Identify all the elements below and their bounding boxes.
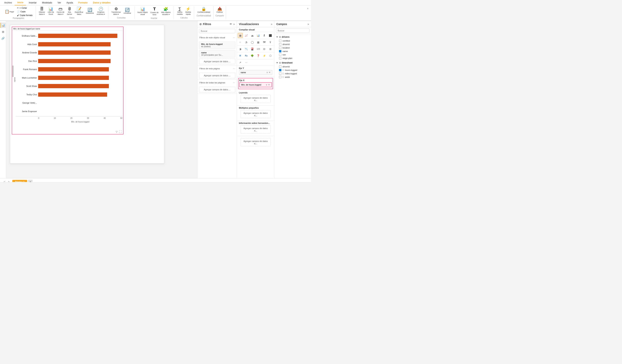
tab-ayuda[interactable]: Ayuda [64,0,76,5]
add-page-btn[interactable]: + [28,180,33,182]
dataverse-button[interactable]: 🔄Dataverse [85,7,95,15]
campos-item-week[interactable]: Σ week [274,75,311,79]
copiar-formato-button[interactable]: 🖌Copiar formato [16,14,34,17]
info-herramientas-add-btn[interactable]: Agregar campos de datos a... [240,125,271,134]
chart-scroll-handle[interactable] [12,65,14,77]
campos-checkbox-certified[interactable] [279,40,281,42]
centro-datos-button[interactable]: 🗃Centro dedatos ▾ [56,6,65,16]
campos-search-input[interactable] [276,29,310,33]
viz-icon-smart[interactable]: ⚡ [262,53,267,58]
filter-item-name[interactable]: name 10 principales por Su... [199,50,235,57]
filters-search-input[interactable] [199,29,235,33]
campos-item-name[interactable]: ✓ name [274,50,311,53]
filters-eye-icon[interactable]: 👁 [230,22,232,26]
campos-expand-icon[interactable]: » [308,22,309,26]
viz-icon-line[interactable]: 📈 [244,33,249,38]
campos-item-miles-logged[interactable]: Σ miles-logged [274,72,311,75]
campos-item-wage-plan[interactable]: wage-plan [274,57,311,60]
viz-icon-scatter[interactable]: ⁘ [238,40,243,45]
viz-icon-num[interactable]: 123 [256,46,261,51]
viz-icon-waterfall[interactable]: ⬛ [268,33,273,38]
campos-checkbox-hours-logged[interactable]: ✓ [279,69,281,71]
campos-checkbox-driverId[interactable] [279,43,281,45]
viz-expand-icon[interactable]: » [271,22,272,26]
chart-filter-btn[interactable]: ▽ [116,130,118,133]
viz-icon-bar[interactable]: ▦ [238,33,243,38]
copia-button[interactable]: 📄Copia [16,10,34,13]
viz-icon-qa[interactable]: ❓ [256,53,261,58]
confidencialidad-button[interactable]: 🔒Confidencialidad [196,6,211,14]
viz-icon-card[interactable]: 🎴 [250,46,255,51]
viz-icon-map[interactable]: 🗺 [262,40,267,45]
viz-icon-kpi[interactable]: 📉 [244,46,249,51]
left-nav-report[interactable]: 📊 [0,22,6,28]
left-nav-model[interactable]: 🔗 [0,36,6,41]
viz-icon-arrow[interactable]: ↗ [238,60,243,65]
viz-icon-decomp[interactable]: 🌳 [250,53,255,58]
libro-excel-button[interactable]: 📊Libro deExcel [47,6,55,16]
chart-expand-btn[interactable]: ⛶ [119,130,122,133]
viz-icon-r[interactable]: R [238,53,243,58]
viz-icon-donut[interactable]: ◯ [250,40,255,45]
nueva-medida-button[interactable]: ∑Nuevamedida [176,6,184,16]
campos-checkbox-ts-driverId[interactable] [279,65,281,68]
origenes-recientes-button[interactable]: 🕐Orígenesrecientes ▾ [95,6,106,16]
publicar-button[interactable]: 📤Publicar [215,6,224,14]
filter-add-objeto-btn[interactable]: Agregar campos de datos ... [199,58,235,64]
viz-icon-ribbon[interactable]: 🎗 [262,33,267,38]
campos-item-ts-driverId[interactable]: driverId [274,65,311,68]
campos-checkbox-ssn[interactable] [279,54,281,56]
filter-item-hours-logged[interactable]: Mín. de hours-logged es (todos) [199,42,235,49]
filter-section-todas-more[interactable]: ··· [233,81,235,84]
tab-insertar[interactable]: Insertar [26,0,39,5]
medida-rapida-button[interactable]: ⚡Medidarápida [184,6,192,16]
filter-section-pagina[interactable]: Filtros de esta página ··· [197,66,237,72]
viz-icon-table[interactable]: ⊟ [262,46,267,51]
filter-section-objeto-more[interactable]: ··· [233,36,235,39]
nuevo-objeto-visual-button[interactable]: 📊Nuevo objetovisual [136,6,149,16]
filter-section-todas[interactable]: Filtros de todas las páginas ··· [197,80,237,86]
campos-group-drivers-header[interactable]: ▼ ⊞ drivers [274,35,311,39]
filter-section-pagina-more[interactable]: ··· [233,67,235,70]
eje-y-field[interactable]: name ∨ ✕ [239,70,272,75]
eje-y-close-icon[interactable]: ✕ [269,71,271,74]
campos-checkbox-name[interactable]: ✓ [279,50,281,52]
multiples-add-btn[interactable]: Agregar campos de datos a... [240,110,271,118]
prev-page-btn[interactable]: ◁ [1,180,6,182]
campos-item-certified[interactable]: certified [274,39,311,42]
filter-section-objeto-visual[interactable]: Filtros de este objeto visual ··· [197,35,237,40]
obtener-datos-button[interactable]: 🗄Obtenerdatos ▾ [38,6,46,16]
actualizar-button[interactable]: 🔃Actualizar [122,6,132,16]
eje-x-chevron-icon[interactable]: ∨ [266,83,268,86]
campos-checkbox-miles-logged[interactable] [279,72,281,75]
tab-formato[interactable]: Formato [76,0,90,5]
especificar-datos-button[interactable]: 📝Especificardatos [74,6,84,16]
viz-icon-more[interactable]: ··· [244,60,249,65]
eje-x-close-icon[interactable]: ✕ [268,83,270,86]
filters-expand-icon[interactable]: » [233,22,235,26]
filter-add-todas-btn[interactable]: Agregar campos de datos ... [199,87,235,93]
pegar-button[interactable]: 📋 Pegar [3,6,15,17]
cuadro-texto-button[interactable]: TCuadro detexto [149,6,160,16]
campos-item-hours-logged[interactable]: ✓ Σ hours-logged [274,68,311,72]
ribbon-collapse-btn[interactable]: ∧ [306,6,310,11]
left-nav-table[interactable]: ⊞ [0,29,6,35]
extra-add-btn[interactable]: Agregar campos de datos a... [240,138,271,146]
eje-y-chevron-icon[interactable]: ∨ [266,71,268,74]
viz-icon-pie[interactable]: ◔ [244,40,249,45]
sql-server-button[interactable]: 🛢SQLServer [66,6,73,16]
campos-checkbox-week[interactable] [279,76,281,78]
cortar-button[interactable]: ✂✂ Cortar [16,6,34,10]
campos-item-location[interactable]: location [274,46,311,50]
leyenda-add-btn[interactable]: Agregar campos de datos a... [240,95,271,103]
viz-icon-funnel[interactable]: ⊽ [268,40,273,45]
campos-item-driverId[interactable]: driverId [274,42,311,46]
eje-x-field[interactable]: Mín. de hours-logged ∨ ✕ [239,82,272,87]
viz-icon-area[interactable]: ⛰ [250,33,255,38]
tab-inicio[interactable]: Inicio [15,0,26,5]
viz-icon-bar2[interactable]: 📊 [256,33,261,38]
transformar-datos-button[interactable]: ⚙Transformardatos ▾ [110,6,122,16]
campos-item-ssn[interactable]: ssn [274,53,311,57]
tab-ver[interactable]: Ver [55,0,64,5]
filter-add-pagina-btn[interactable]: Agregar campos de datos ... [199,73,235,78]
